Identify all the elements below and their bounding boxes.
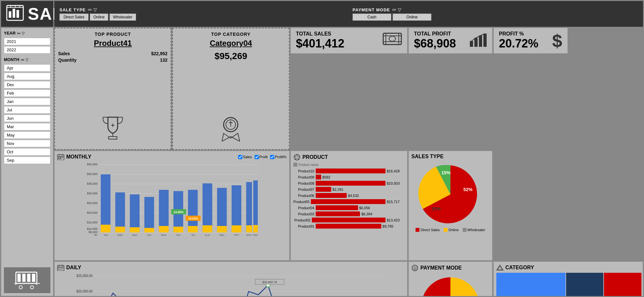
filters-header: SALE TYPE ≔ ▽ Direct Sales Online Wholes…	[54, 1, 643, 27]
header: SALES DASHBOARD	[1, 1, 53, 27]
svg-rect-116	[59, 269, 60, 270]
top-product-title: TOP PRODUCT	[95, 32, 131, 37]
svg-rect-67	[130, 194, 140, 232]
svg-rect-72	[159, 226, 169, 232]
sale-type-direct-btn[interactable]: Direct Sales	[59, 14, 89, 21]
profit-pct-value: 20.72%	[499, 37, 552, 50]
month-feb[interactable]: Feb	[4, 89, 50, 97]
product-chart: PRODUCT Product name Product10 $16,428 P…	[290, 151, 407, 261]
month-dec[interactable]: Dec	[4, 81, 50, 88]
triangle-icon	[496, 264, 503, 271]
total-sales-kpi: TOTAL SALES $401,412	[290, 28, 407, 54]
month-jun[interactable]: Jun	[4, 115, 50, 122]
month-jan[interactable]: Jan	[4, 98, 50, 105]
year-2021[interactable]: 2021	[4, 38, 50, 45]
money-icon	[383, 32, 402, 50]
svg-text:$20,482.78: $20,482.78	[262, 281, 277, 284]
svg-text:$5,000: $5,000	[89, 230, 98, 234]
svg-rect-115	[58, 269, 59, 270]
svg-text:Jan: Jan	[103, 234, 108, 236]
category-title: CATEGORY	[505, 265, 534, 271]
svg-text:$30,000: $30,000	[87, 192, 98, 195]
monthly-legend: Sales Profit Profit%	[238, 155, 287, 159]
payment-online-btn[interactable]: Online	[393, 14, 431, 21]
svg-rect-63	[101, 174, 111, 232]
year-filter-icon[interactable]: ≔ ▽	[17, 31, 25, 36]
month-oct[interactable]: Oct	[4, 148, 50, 156]
svg-rect-68	[130, 227, 140, 232]
svg-text:15%: 15%	[441, 170, 451, 175]
profit-chart-icon	[469, 33, 487, 49]
sale-type-filter-icon[interactable]: ≔ ▽	[88, 7, 97, 12]
svg-rect-1	[9, 11, 11, 18]
svg-text:$: $	[414, 267, 416, 270]
svg-text:$20,000: $20,000	[87, 211, 98, 214]
month-sep[interactable]: Sep	[4, 157, 50, 164]
product-title: PRODUCT	[302, 154, 328, 160]
svg-text:Nov: Nov	[247, 234, 252, 236]
svg-rect-43	[58, 158, 59, 159]
svg-text:24.89%: 24.89%	[174, 210, 184, 214]
svg-text:Sep: Sep	[219, 234, 225, 236]
svg-rect-29	[109, 137, 117, 139]
month-filter-icon[interactable]: ≔ ▽	[21, 57, 28, 62]
svg-rect-87	[246, 182, 252, 232]
month-nov[interactable]: Nov	[4, 140, 50, 147]
svg-rect-69	[144, 197, 154, 232]
svg-rect-70	[144, 228, 154, 232]
svg-rect-42	[62, 157, 63, 158]
month-aug[interactable]: Aug	[4, 73, 50, 80]
svg-rect-89	[253, 180, 258, 232]
payment-pie-chart: 50% 50%	[418, 274, 483, 296]
svg-text:Jul: Jul	[191, 234, 195, 236]
ribbon-icon	[220, 116, 241, 146]
svg-text:$25,000.00: $25,000.00	[76, 274, 92, 278]
daily-line-chart: $25,000.00 $20,000.00 $15,000.00 $10,000…	[57, 272, 405, 296]
profit-pct-kpi: PROFIT % 20.72% $	[493, 28, 568, 54]
svg-rect-74	[174, 227, 183, 232]
svg-rect-78	[188, 226, 198, 232]
month-jul[interactable]: Jul	[4, 106, 50, 114]
total-sales-label: TOTAL SALES	[296, 31, 383, 37]
payment-filter-icon[interactable]: ≔ ▽	[392, 7, 401, 12]
sale-type-wholesaler-btn[interactable]: Wholesaler	[110, 14, 136, 21]
top-category-value: $95,269	[215, 51, 247, 61]
svg-rect-24	[470, 41, 473, 47]
coins-icon: $	[411, 264, 418, 271]
svg-text:$20,000.00: $20,000.00	[76, 290, 92, 293]
payment-mode-chart: $ PAYMENT MODE 50% 50% Cash Online	[408, 261, 492, 296]
svg-rect-84	[217, 226, 227, 232]
svg-rect-83	[217, 188, 227, 232]
category01-cell: Category01 $69,262	[604, 273, 641, 296]
payment-title: PAYMENT MODE	[420, 265, 462, 271]
product-bar-list: Product name Product10 $16,428 Product09…	[293, 163, 405, 229]
svg-text:Feb: Feb	[118, 234, 123, 236]
svg-rect-65	[115, 192, 125, 232]
top-product-card: TOP PRODUCT Product41 Sales $22,952 Quan…	[54, 28, 171, 150]
monthly-chart: MONTHLY Sales Profit Profit% $45,000 $40…	[54, 151, 290, 261]
trophy-icon	[101, 116, 124, 146]
month-label: MONTH	[4, 57, 19, 62]
daily-chart: DAILY $25,000.00 $20,000.00 $15,000.00 $…	[54, 261, 407, 296]
monthly-title: MONTHLY	[66, 154, 91, 160]
svg-text:16.53%: 16.53%	[188, 217, 198, 220]
category-section: CATEGORY Category04 $95,269 Category05 $…	[493, 261, 643, 296]
daily-title: DAILY	[66, 265, 81, 271]
payment-cash-btn[interactable]: Cash	[353, 14, 391, 21]
year-2022[interactable]: 2022	[4, 46, 50, 54]
top-category-card: TOP CATEGORY Category04 $95,269	[172, 28, 289, 150]
payment-mode-label: PAYMENT MODE	[353, 7, 390, 12]
svg-rect-3	[16, 10, 19, 18]
sales-type-pie: 52% 33% 15%	[418, 162, 483, 227]
month-mar[interactable]: Mar	[4, 123, 50, 130]
svg-rect-25	[474, 38, 478, 47]
month-apr[interactable]: Apr	[4, 64, 50, 72]
svg-rect-2	[13, 9, 15, 18]
sale-type-online-btn[interactable]: Online	[90, 14, 108, 21]
sale-type-label: SALE TYPE	[59, 7, 86, 12]
total-sales-value: $401,412	[296, 37, 383, 50]
svg-rect-90	[253, 225, 258, 232]
shopping-cart-icon	[14, 271, 40, 290]
month-may[interactable]: May	[4, 131, 50, 139]
svg-rect-111	[58, 268, 59, 268]
